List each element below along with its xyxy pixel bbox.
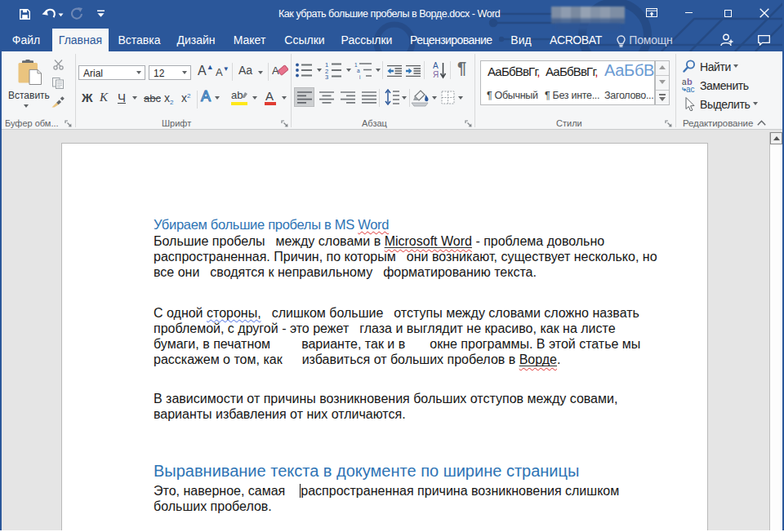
svg-text:А: А: [433, 61, 439, 70]
svg-text:Я: Я: [433, 70, 439, 79]
svg-text:a: a: [357, 68, 360, 73]
svg-text:ac: ac: [686, 85, 695, 93]
svg-text:3: 3: [325, 73, 328, 79]
svg-text:1: 1: [354, 62, 358, 68]
svg-text:i: i: [359, 74, 360, 80]
